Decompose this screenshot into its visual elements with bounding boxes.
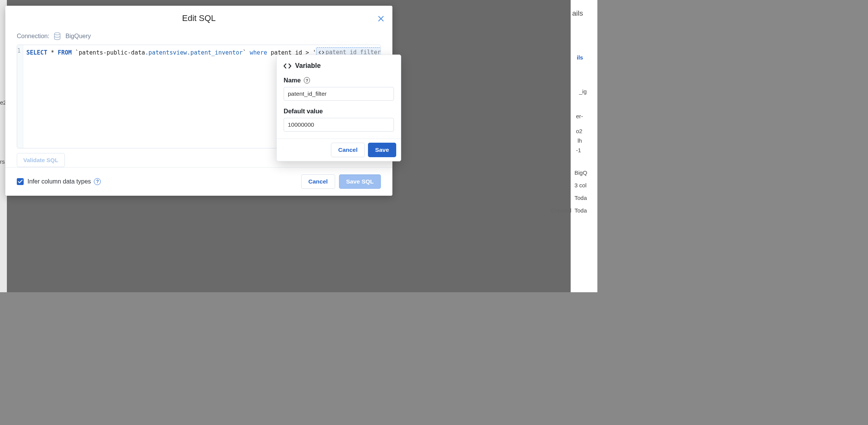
code-icon (284, 63, 291, 69)
default-value-input[interactable] (284, 118, 394, 132)
database-icon (54, 32, 61, 40)
connection-row: Connection: BigQuery (5, 26, 392, 45)
popover-save-button[interactable]: Save (368, 143, 396, 157)
infer-types-label: Infer column data types (27, 178, 91, 185)
name-label: Name (284, 77, 301, 84)
code-icon (319, 50, 324, 55)
validate-sql-button[interactable]: Validate SQL (17, 153, 65, 167)
popover-title: Variable (295, 62, 321, 70)
background-right-strip: ails ils _ig er- o2 lh -1 BigQ 3 col Tod… (571, 0, 597, 292)
popover-footer: Cancel Save (277, 138, 401, 161)
popover-cancel-button[interactable]: Cancel (331, 143, 365, 157)
editor-gutter: 1 (17, 45, 23, 148)
popover-header: Variable (284, 62, 394, 70)
modal-header: Edit SQL (5, 6, 392, 26)
close-button[interactable] (376, 13, 386, 24)
svg-point-0 (55, 33, 60, 35)
modal-footer: Infer column data types ? Cancel Save SQ… (5, 167, 392, 196)
default-value-label: Default value (284, 108, 323, 115)
check-icon (18, 180, 23, 184)
line-number: 1 (17, 47, 21, 54)
variable-name-input[interactable] (284, 87, 394, 101)
close-icon (378, 16, 384, 21)
save-sql-button[interactable]: Save SQL (339, 174, 381, 189)
infer-types-checkbox[interactable] (17, 178, 24, 185)
connection-name: BigQuery (65, 33, 91, 40)
modal-title: Edit SQL (15, 13, 383, 23)
variable-popover: Variable Name ? Default value Cancel Sav… (276, 55, 401, 161)
cancel-button[interactable]: Cancel (301, 174, 335, 189)
help-icon[interactable]: ? (304, 77, 310, 84)
connection-label: Connection: (17, 33, 49, 40)
help-icon[interactable]: ? (94, 178, 101, 185)
